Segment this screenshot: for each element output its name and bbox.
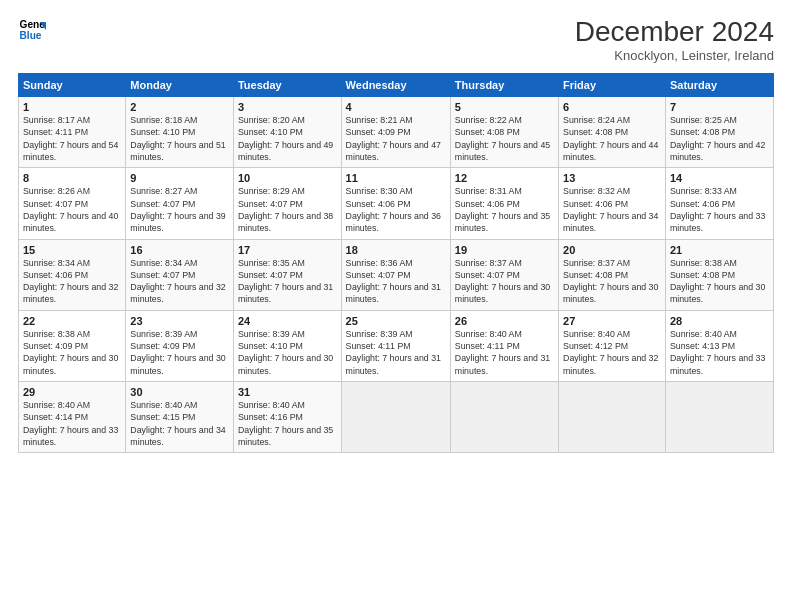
day-info: Sunrise: 8:40 AMSunset: 4:14 PMDaylight:…	[23, 399, 121, 448]
calendar-cell: 26Sunrise: 8:40 AMSunset: 4:11 PMDayligh…	[450, 310, 558, 381]
day-number: 1	[23, 101, 121, 113]
day-info: Sunrise: 8:40 AMSunset: 4:13 PMDaylight:…	[670, 328, 769, 377]
calendar-cell: 8Sunrise: 8:26 AMSunset: 4:07 PMDaylight…	[19, 168, 126, 239]
day-info: Sunrise: 8:17 AMSunset: 4:11 PMDaylight:…	[23, 114, 121, 163]
day-number: 26	[455, 315, 554, 327]
calendar-week-1: 1Sunrise: 8:17 AMSunset: 4:11 PMDaylight…	[19, 97, 774, 168]
title-block: December 2024 Knocklyon, Leinster, Irela…	[575, 16, 774, 63]
day-number: 9	[130, 172, 229, 184]
day-of-week-thursday: Thursday	[450, 74, 558, 97]
day-info: Sunrise: 8:39 AMSunset: 4:09 PMDaylight:…	[130, 328, 229, 377]
day-number: 22	[23, 315, 121, 327]
day-info: Sunrise: 8:25 AMSunset: 4:08 PMDaylight:…	[670, 114, 769, 163]
day-number: 2	[130, 101, 229, 113]
day-number: 28	[670, 315, 769, 327]
day-number: 25	[346, 315, 446, 327]
day-info: Sunrise: 8:24 AMSunset: 4:08 PMDaylight:…	[563, 114, 661, 163]
calendar-cell: 1Sunrise: 8:17 AMSunset: 4:11 PMDaylight…	[19, 97, 126, 168]
calendar-cell: 2Sunrise: 8:18 AMSunset: 4:10 PMDaylight…	[126, 97, 234, 168]
day-info: Sunrise: 8:20 AMSunset: 4:10 PMDaylight:…	[238, 114, 337, 163]
day-info: Sunrise: 8:39 AMSunset: 4:11 PMDaylight:…	[346, 328, 446, 377]
day-of-week-tuesday: Tuesday	[233, 74, 341, 97]
calendar-cell: 21Sunrise: 8:38 AMSunset: 4:08 PMDayligh…	[665, 239, 773, 310]
day-of-week-saturday: Saturday	[665, 74, 773, 97]
calendar-cell	[450, 382, 558, 453]
calendar-cell: 30Sunrise: 8:40 AMSunset: 4:15 PMDayligh…	[126, 382, 234, 453]
calendar-cell: 7Sunrise: 8:25 AMSunset: 4:08 PMDaylight…	[665, 97, 773, 168]
day-info: Sunrise: 8:38 AMSunset: 4:09 PMDaylight:…	[23, 328, 121, 377]
day-of-week-monday: Monday	[126, 74, 234, 97]
day-number: 19	[455, 244, 554, 256]
day-of-week-sunday: Sunday	[19, 74, 126, 97]
calendar-cell: 27Sunrise: 8:40 AMSunset: 4:12 PMDayligh…	[559, 310, 666, 381]
day-number: 10	[238, 172, 337, 184]
logo: General Blue	[18, 16, 46, 44]
calendar-cell	[559, 382, 666, 453]
calendar-cell	[665, 382, 773, 453]
day-info: Sunrise: 8:34 AMSunset: 4:06 PMDaylight:…	[23, 257, 121, 306]
day-info: Sunrise: 8:36 AMSunset: 4:07 PMDaylight:…	[346, 257, 446, 306]
calendar-cell: 20Sunrise: 8:37 AMSunset: 4:08 PMDayligh…	[559, 239, 666, 310]
calendar-week-4: 22Sunrise: 8:38 AMSunset: 4:09 PMDayligh…	[19, 310, 774, 381]
day-number: 21	[670, 244, 769, 256]
day-info: Sunrise: 8:29 AMSunset: 4:07 PMDaylight:…	[238, 185, 337, 234]
calendar-cell: 9Sunrise: 8:27 AMSunset: 4:07 PMDaylight…	[126, 168, 234, 239]
day-number: 29	[23, 386, 121, 398]
logo-icon: General Blue	[18, 16, 46, 44]
day-number: 4	[346, 101, 446, 113]
day-number: 30	[130, 386, 229, 398]
calendar-cell: 25Sunrise: 8:39 AMSunset: 4:11 PMDayligh…	[341, 310, 450, 381]
day-info: Sunrise: 8:37 AMSunset: 4:08 PMDaylight:…	[563, 257, 661, 306]
day-number: 8	[23, 172, 121, 184]
day-info: Sunrise: 8:26 AMSunset: 4:07 PMDaylight:…	[23, 185, 121, 234]
calendar-cell: 15Sunrise: 8:34 AMSunset: 4:06 PMDayligh…	[19, 239, 126, 310]
day-number: 11	[346, 172, 446, 184]
subtitle: Knocklyon, Leinster, Ireland	[575, 48, 774, 63]
day-info: Sunrise: 8:40 AMSunset: 4:15 PMDaylight:…	[130, 399, 229, 448]
day-number: 14	[670, 172, 769, 184]
calendar-cell	[341, 382, 450, 453]
calendar-week-5: 29Sunrise: 8:40 AMSunset: 4:14 PMDayligh…	[19, 382, 774, 453]
day-number: 13	[563, 172, 661, 184]
day-number: 31	[238, 386, 337, 398]
day-info: Sunrise: 8:22 AMSunset: 4:08 PMDaylight:…	[455, 114, 554, 163]
day-number: 6	[563, 101, 661, 113]
day-info: Sunrise: 8:40 AMSunset: 4:11 PMDaylight:…	[455, 328, 554, 377]
calendar-cell: 13Sunrise: 8:32 AMSunset: 4:06 PMDayligh…	[559, 168, 666, 239]
day-number: 27	[563, 315, 661, 327]
day-info: Sunrise: 8:40 AMSunset: 4:16 PMDaylight:…	[238, 399, 337, 448]
day-number: 7	[670, 101, 769, 113]
day-number: 23	[130, 315, 229, 327]
calendar-cell: 31Sunrise: 8:40 AMSunset: 4:16 PMDayligh…	[233, 382, 341, 453]
day-number: 5	[455, 101, 554, 113]
day-number: 15	[23, 244, 121, 256]
day-info: Sunrise: 8:40 AMSunset: 4:12 PMDaylight:…	[563, 328, 661, 377]
calendar-cell: 23Sunrise: 8:39 AMSunset: 4:09 PMDayligh…	[126, 310, 234, 381]
calendar-cell: 18Sunrise: 8:36 AMSunset: 4:07 PMDayligh…	[341, 239, 450, 310]
calendar-week-2: 8Sunrise: 8:26 AMSunset: 4:07 PMDaylight…	[19, 168, 774, 239]
calendar-cell: 6Sunrise: 8:24 AMSunset: 4:08 PMDaylight…	[559, 97, 666, 168]
calendar-week-3: 15Sunrise: 8:34 AMSunset: 4:06 PMDayligh…	[19, 239, 774, 310]
day-info: Sunrise: 8:35 AMSunset: 4:07 PMDaylight:…	[238, 257, 337, 306]
calendar-cell: 14Sunrise: 8:33 AMSunset: 4:06 PMDayligh…	[665, 168, 773, 239]
day-number: 12	[455, 172, 554, 184]
calendar-cell: 12Sunrise: 8:31 AMSunset: 4:06 PMDayligh…	[450, 168, 558, 239]
day-info: Sunrise: 8:33 AMSunset: 4:06 PMDaylight:…	[670, 185, 769, 234]
day-of-week-wednesday: Wednesday	[341, 74, 450, 97]
day-info: Sunrise: 8:37 AMSunset: 4:07 PMDaylight:…	[455, 257, 554, 306]
calendar-cell: 17Sunrise: 8:35 AMSunset: 4:07 PMDayligh…	[233, 239, 341, 310]
calendar-cell: 11Sunrise: 8:30 AMSunset: 4:06 PMDayligh…	[341, 168, 450, 239]
day-info: Sunrise: 8:18 AMSunset: 4:10 PMDaylight:…	[130, 114, 229, 163]
day-info: Sunrise: 8:30 AMSunset: 4:06 PMDaylight:…	[346, 185, 446, 234]
day-info: Sunrise: 8:38 AMSunset: 4:08 PMDaylight:…	[670, 257, 769, 306]
day-info: Sunrise: 8:32 AMSunset: 4:06 PMDaylight:…	[563, 185, 661, 234]
day-info: Sunrise: 8:27 AMSunset: 4:07 PMDaylight:…	[130, 185, 229, 234]
main-title: December 2024	[575, 16, 774, 48]
calendar: SundayMondayTuesdayWednesdayThursdayFrid…	[18, 73, 774, 453]
calendar-cell: 5Sunrise: 8:22 AMSunset: 4:08 PMDaylight…	[450, 97, 558, 168]
day-number: 16	[130, 244, 229, 256]
calendar-cell: 28Sunrise: 8:40 AMSunset: 4:13 PMDayligh…	[665, 310, 773, 381]
day-info: Sunrise: 8:34 AMSunset: 4:07 PMDaylight:…	[130, 257, 229, 306]
svg-text:Blue: Blue	[20, 30, 42, 41]
calendar-cell: 19Sunrise: 8:37 AMSunset: 4:07 PMDayligh…	[450, 239, 558, 310]
